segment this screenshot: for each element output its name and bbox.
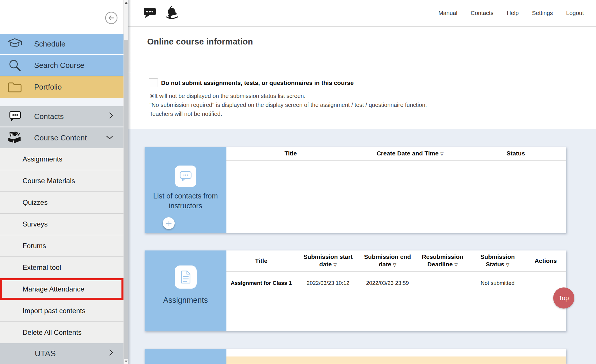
sidebar-scrollbar[interactable] <box>123 0 128 364</box>
course-box-icon <box>7 131 23 145</box>
topbar-menu: Manual Contacts Help Settings Logout <box>438 10 584 16</box>
sidebar-item-forums[interactable]: Forums <box>0 235 123 257</box>
column-header-resubmission-deadline[interactable]: Resubmission Deadline ▽ <box>415 250 470 271</box>
card-panel-label: List of contacts from instructors <box>145 191 226 211</box>
scroll-up-button[interactable] <box>124 0 128 5</box>
column-header-submission-status[interactable]: Submission Status ▽ <box>470 250 525 271</box>
cell-submission-end: 2022/03/23 23:59 <box>360 280 415 286</box>
empty-table-body <box>226 294 566 331</box>
menu-logout[interactable]: Logout <box>566 10 584 16</box>
note-line: Teachers will not be notified. <box>150 109 427 118</box>
add-contact-button[interactable] <box>163 217 175 229</box>
column-header-status[interactable]: Status <box>465 147 566 160</box>
no-submit-checkbox[interactable] <box>149 78 158 87</box>
column-header-create-date[interactable]: Create Date and Time ▽ <box>355 147 465 160</box>
card-panel-label: Assignments <box>145 296 226 305</box>
assignments-table: Title Submission start date ▽ Submission… <box>226 250 566 331</box>
chevron-right-icon <box>108 349 114 359</box>
sidebar-item-external-tool[interactable]: External tool <box>0 257 123 278</box>
content-area: List of contacts from instructors Title … <box>128 129 596 364</box>
table-row[interactable]: Assignment for Class 1 2022/03/23 10:12 … <box>226 272 566 294</box>
table-header-row: Title Create Date and Time ▽ Status <box>226 147 566 161</box>
column-header-title[interactable]: Title <box>226 147 355 160</box>
table-header-strip <box>226 349 566 356</box>
sort-icon[interactable]: ▽ <box>506 262 510 267</box>
sidebar-item-schedule[interactable]: Schedule <box>0 34 123 54</box>
sidebar-item-assignments[interactable]: Assignments <box>0 148 123 170</box>
sidebar-item-course-content[interactable]: Course Content <box>0 127 123 148</box>
sidebar-item-quizzes[interactable]: Quizzes <box>0 192 123 213</box>
back-arrow-icon <box>104 11 118 25</box>
assignments-card: Assignments Title Submission start date … <box>145 250 566 331</box>
sort-icon[interactable]: ▽ <box>333 262 337 267</box>
next-card-table <box>226 349 566 364</box>
sidebar-item-portfolio[interactable]: Portfolio <box>0 76 123 98</box>
column-header-submission-end[interactable]: Submission end date ▽ <box>360 250 415 271</box>
scrollbar-thumb[interactable] <box>124 40 128 359</box>
lms-online-course-information-page: { "topbar": { "icons": ["chat-icon", "be… <box>0 0 596 364</box>
chevron-down-icon <box>106 133 114 142</box>
sidebar-item-delete-all-contents[interactable]: Delete All Contents <box>0 322 123 343</box>
empty-table-body <box>226 161 566 233</box>
sidebar-item-label: UTAS <box>35 349 56 358</box>
sidebar: Schedule Search Course Portfolio <box>0 0 123 364</box>
sidebar-item-contacts[interactable]: Contacts <box>0 106 123 127</box>
triangle-up-icon <box>125 2 128 4</box>
menu-settings[interactable]: Settings <box>532 10 553 16</box>
table-header-row: Title Submission start date ▽ Submission… <box>226 250 566 272</box>
sidebar-item-label: Portfolio <box>34 83 62 92</box>
sort-icon[interactable]: ▽ <box>440 151 444 156</box>
sort-icon[interactable]: ▽ <box>393 262 396 267</box>
menu-manual[interactable]: Manual <box>438 10 457 16</box>
speech-bubble-icon <box>175 166 196 187</box>
highlighted-row-strip <box>226 356 566 364</box>
scroll-down-button[interactable] <box>124 359 128 364</box>
note-line: "No submission required" is displayed on… <box>150 101 427 109</box>
sidebar-item-label: Course Content <box>34 133 87 142</box>
graduation-cap-icon <box>7 37 23 51</box>
sidebar-item-search-course[interactable]: Search Course <box>0 54 123 76</box>
speech-bubble-icon <box>7 109 23 123</box>
main-area: Manual Contacts Help Settings Logout Onl… <box>128 0 596 364</box>
column-header-title[interactable]: Title <box>226 250 296 271</box>
course-settings-section: Do not submit assignments, tests, or que… <box>128 72 596 129</box>
sidebar-item-label: Search Course <box>34 61 84 70</box>
sidebar-header <box>0 0 123 34</box>
menu-help[interactable]: Help <box>507 10 518 16</box>
note-line: ※It will not be displayed on the submiss… <box>150 92 427 101</box>
folder-icon <box>7 80 23 94</box>
contacts-from-instructors-card: List of contacts from instructors Title … <box>145 147 566 233</box>
next-card-panel <box>145 349 226 364</box>
sidebar-item-course-materials[interactable]: Course Materials <box>0 170 123 192</box>
checkbox-notes: ※It will not be displayed on the submiss… <box>150 92 427 118</box>
menu-contacts[interactable]: Contacts <box>470 10 493 16</box>
document-icon <box>175 265 197 289</box>
sidebar-item-label: Contacts <box>34 112 64 121</box>
sidebar-item-manage-attendance[interactable]: Manage Attendance <box>0 278 123 300</box>
chevron-right-icon <box>108 112 114 122</box>
scroll-to-top-button[interactable]: Top <box>553 287 574 309</box>
column-header-submission-start[interactable]: Submission start date ▽ <box>296 250 360 271</box>
bell-icon[interactable] <box>164 6 180 21</box>
sidebar-item-utas[interactable]: UTAS <box>0 343 123 364</box>
chat-icon[interactable] <box>143 7 156 20</box>
collapse-sidebar-button[interactable] <box>104 11 118 25</box>
course-content-submenu: Assignments Course Materials Quizzes Sur… <box>0 148 123 343</box>
sort-icon[interactable]: ▽ <box>454 262 458 267</box>
cell-title[interactable]: Assignment for Class 1 <box>226 280 296 287</box>
next-section-card <box>145 349 566 364</box>
no-submit-checkbox-label: Do not submit assignments, tests, or que… <box>161 79 354 86</box>
no-submit-option: Do not submit assignments, tests, or que… <box>149 78 354 87</box>
cell-submission-status: Not submitted <box>470 280 525 286</box>
triangle-down-icon <box>125 361 128 363</box>
page-title: Online course information <box>128 27 596 47</box>
magnifier-icon <box>7 58 23 72</box>
assignments-card-panel: Assignments <box>145 250 226 331</box>
page-header: Online course information <box>128 27 596 72</box>
sidebar-spacer <box>0 98 123 106</box>
cell-submission-start: 2022/03/23 10:12 <box>296 280 360 286</box>
column-header-actions[interactable]: Actions <box>525 250 566 271</box>
plus-icon <box>163 218 175 229</box>
sidebar-item-import-past-contents[interactable]: Import past contents <box>0 300 123 322</box>
sidebar-item-surveys[interactable]: Surveys <box>0 213 123 235</box>
